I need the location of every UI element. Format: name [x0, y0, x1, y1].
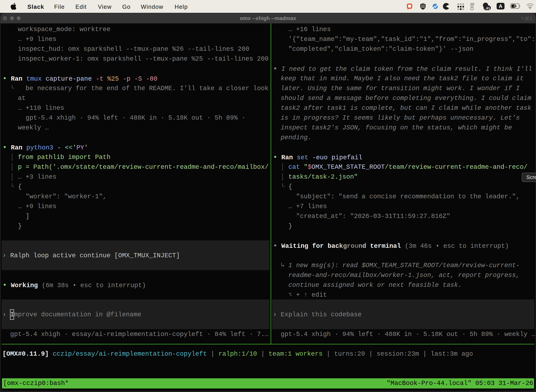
svg-text:..61: ..61	[484, 6, 490, 10]
